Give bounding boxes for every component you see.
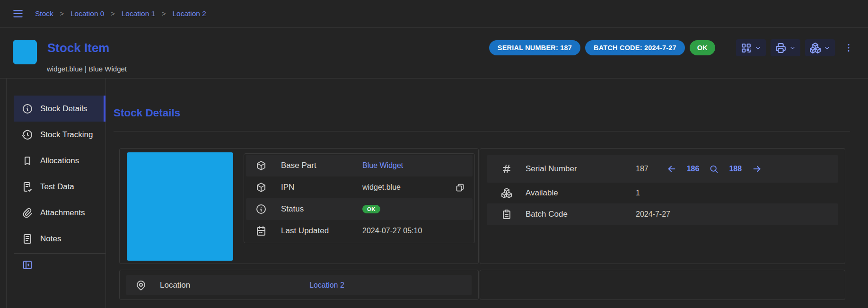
more-options-button[interactable] bbox=[843, 42, 854, 53]
copy-button[interactable] bbox=[455, 183, 465, 193]
heading-divider bbox=[114, 131, 850, 132]
notes-icon bbox=[22, 233, 33, 245]
row-label: Location bbox=[160, 281, 309, 290]
empty-panel bbox=[480, 270, 845, 300]
arrow-left-icon bbox=[666, 164, 677, 174]
sidebar-item-notes[interactable]: Notes bbox=[14, 226, 105, 252]
sidebar-collapse-button[interactable] bbox=[22, 259, 33, 271]
breadcrumb-stock[interactable]: Stock bbox=[35, 9, 53, 18]
part-details-table: Base Part Blue Widget IPN widget.blue St… bbox=[244, 153, 475, 243]
sidebar-item-allocations[interactable]: Allocations bbox=[14, 148, 105, 174]
sidebar-item-test-data[interactable]: Test Data bbox=[14, 174, 105, 200]
serial-number-value: 187 bbox=[636, 165, 649, 173]
available-value: 1 bbox=[636, 189, 640, 197]
table-row-base-part: Base Part Blue Widget bbox=[246, 155, 473, 176]
barcode-actions-button[interactable] bbox=[736, 39, 766, 56]
search-serial-button[interactable] bbox=[709, 164, 719, 174]
packages-icon bbox=[501, 187, 512, 199]
box-icon bbox=[255, 160, 267, 171]
stock-item-thumbnail bbox=[13, 40, 37, 64]
qrcode-icon bbox=[740, 42, 752, 54]
serial-navigation: 186 188 bbox=[666, 164, 762, 174]
print-actions-button[interactable] bbox=[771, 39, 800, 56]
header-actions: SERIAL NUMBER: 187 BATCH CODE: 2024-7-27… bbox=[489, 39, 854, 57]
row-label: Last Updated bbox=[281, 226, 362, 236]
info-circle-icon bbox=[255, 203, 267, 215]
breadcrumb-location-0[interactable]: Location 0 bbox=[70, 9, 105, 18]
breadcrumb-location-1[interactable]: Location 1 bbox=[122, 9, 156, 18]
breadcrumb-separator: > bbox=[60, 10, 64, 18]
next-serial-link[interactable]: 188 bbox=[729, 165, 742, 173]
table-row-location: Location Location 2 bbox=[126, 275, 472, 295]
previous-serial-button[interactable] bbox=[666, 164, 677, 174]
stock-actions-button[interactable] bbox=[805, 39, 835, 56]
table-row-batch-code: Batch Code 2024-7-27 bbox=[487, 203, 838, 225]
search-icon bbox=[709, 164, 719, 174]
map-pin-icon bbox=[135, 280, 147, 291]
hash-icon bbox=[501, 163, 512, 175]
row-label: Batch Code bbox=[526, 210, 636, 219]
top-navigation-bar: Stock > Location 0 > Location 1 > Locati… bbox=[0, 0, 868, 28]
copy-icon bbox=[455, 183, 465, 193]
next-serial-button[interactable] bbox=[752, 164, 762, 174]
stock-details-panel: Base Part Blue Widget IPN widget.blue St… bbox=[119, 148, 479, 264]
status-ok-badge: OK bbox=[690, 40, 715, 55]
breadcrumb-location-2[interactable]: Location 2 bbox=[172, 9, 206, 18]
printer-icon bbox=[775, 42, 787, 54]
row-label: IPN bbox=[281, 183, 362, 192]
chevron-down-icon bbox=[754, 44, 762, 52]
sidebar: Stock Details Stock Tracking Allocations… bbox=[6, 79, 106, 308]
sidebar-item-attachments[interactable]: Attachments bbox=[14, 200, 105, 226]
arrow-right-icon bbox=[752, 164, 762, 174]
chevron-down-icon bbox=[789, 44, 796, 52]
location-panel: Location Location 2 bbox=[119, 270, 479, 300]
history-icon bbox=[22, 129, 33, 141]
stock-item-image[interactable] bbox=[127, 152, 233, 261]
batch-code-badge: BATCH CODE: 2024-7-27 bbox=[585, 40, 685, 55]
sidebar-item-label: Stock Tracking bbox=[40, 130, 93, 140]
sidebar-item-label: Attachments bbox=[40, 208, 85, 218]
clipboard-icon bbox=[501, 209, 512, 220]
breadcrumb-separator: > bbox=[162, 10, 166, 18]
sidebar-item-label: Notes bbox=[40, 234, 61, 244]
info-circle-icon bbox=[22, 103, 33, 114]
table-row-serial-number: Serial Number 187 186 188 bbox=[487, 155, 838, 183]
table-row-status: Status OK bbox=[246, 198, 473, 220]
sidebar-collapse-icon bbox=[22, 259, 33, 271]
panel-heading: Stock Details bbox=[114, 107, 180, 119]
page-header: Stock Item widget.blue | Blue Widget SER… bbox=[0, 28, 868, 79]
stock-actions-icon bbox=[809, 42, 821, 54]
row-label: Serial Number bbox=[526, 164, 636, 174]
last-updated-value: 2024-07-27 05:10 bbox=[362, 227, 422, 235]
paperclip-icon bbox=[22, 207, 33, 219]
chevron-down-icon bbox=[824, 44, 831, 52]
sidebar-item-stock-details[interactable]: Stock Details bbox=[14, 96, 105, 122]
sidebar-item-stock-tracking[interactable]: Stock Tracking bbox=[14, 122, 105, 148]
bookmark-icon bbox=[22, 155, 33, 167]
table-row-last-updated: Last Updated 2024-07-27 05:10 bbox=[246, 220, 473, 242]
test-report-icon bbox=[22, 181, 33, 193]
box-icon bbox=[255, 182, 267, 193]
stock-availability-panel: Serial Number 187 186 188 Available 1 bbox=[480, 148, 845, 264]
status-badge: OK bbox=[362, 205, 380, 213]
row-label: Base Part bbox=[281, 161, 362, 170]
table-row-ipn: IPN widget.blue bbox=[246, 176, 473, 198]
page-title: Stock Item bbox=[47, 41, 110, 55]
sidebar-divider bbox=[14, 253, 105, 254]
base-part-link[interactable]: Blue Widget bbox=[362, 161, 403, 170]
batch-code-value: 2024-7-27 bbox=[636, 210, 670, 219]
serial-number-badge: SERIAL NUMBER: 187 bbox=[489, 40, 580, 55]
menu-icon[interactable] bbox=[11, 8, 25, 20]
row-label: Status bbox=[281, 204, 362, 214]
breadcrumb-separator: > bbox=[111, 10, 114, 18]
calendar-icon bbox=[255, 225, 267, 237]
row-label: Available bbox=[526, 188, 636, 198]
sidebar-item-label: Test Data bbox=[40, 182, 74, 192]
breadcrumb: Stock > Location 0 > Location 1 > Locati… bbox=[35, 9, 206, 18]
sidebar-item-label: Stock Details bbox=[40, 104, 87, 114]
dots-vertical-icon bbox=[843, 42, 854, 53]
previous-serial-link[interactable]: 186 bbox=[687, 165, 700, 173]
ipn-value: widget.blue bbox=[362, 183, 401, 192]
location-link[interactable]: Location 2 bbox=[309, 281, 344, 290]
sidebar-item-label: Allocations bbox=[40, 156, 79, 166]
